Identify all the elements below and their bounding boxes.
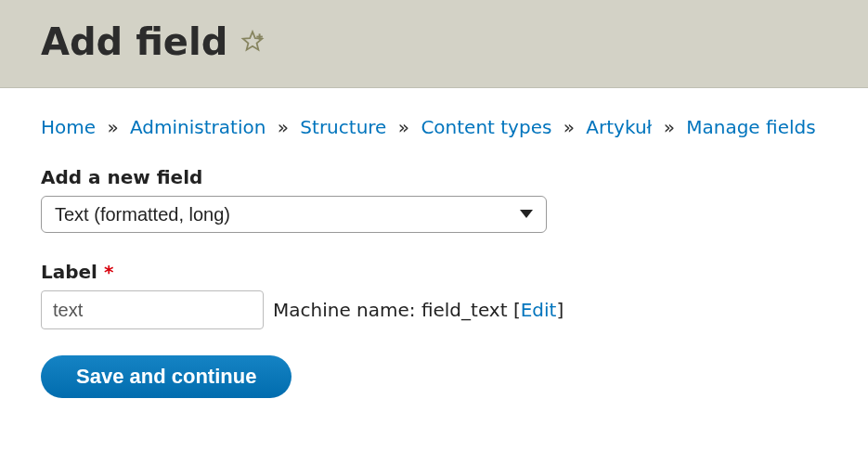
machine-name-bracket-close: ] (556, 299, 564, 321)
breadcrumb-link-artykul[interactable]: Artykuł (586, 116, 652, 138)
breadcrumb-link-manage-fields[interactable]: Manage fields (686, 116, 815, 138)
breadcrumb-link-content-types[interactable]: Content types (421, 116, 551, 138)
field-type-select[interactable]: Text (formatted, long) (41, 196, 547, 233)
label-row: Machine name: field_text [Edit] (41, 290, 827, 329)
breadcrumb-link-administration[interactable]: Administration (130, 116, 266, 138)
breadcrumb-separator: » (564, 116, 575, 138)
field-type-select-wrap: Text (formatted, long) (41, 196, 547, 233)
machine-name-value: field_text (421, 299, 508, 321)
page-title-text: Add field (41, 20, 227, 63)
breadcrumb-separator: » (398, 116, 409, 138)
star-add-icon[interactable] (240, 30, 265, 54)
breadcrumb-separator: » (664, 116, 675, 138)
machine-name-bracket-open: [ (513, 299, 521, 321)
machine-name-display: Machine name: field_text [Edit] (273, 299, 564, 321)
label-field-label: Label * (41, 261, 827, 283)
required-marker: * (104, 261, 113, 283)
field-type-label: Add a new field (41, 166, 827, 188)
save-and-continue-button[interactable]: Save and continue (41, 355, 291, 398)
machine-name-prefix: Machine name: (273, 299, 421, 321)
page-content: Home » Administration » Structure » Cont… (0, 88, 868, 426)
breadcrumb-separator: » (107, 116, 118, 138)
page-header: Add field (0, 0, 868, 88)
breadcrumb: Home » Administration » Structure » Cont… (41, 116, 827, 138)
breadcrumb-link-structure[interactable]: Structure (300, 116, 386, 138)
breadcrumb-link-home[interactable]: Home (41, 116, 96, 138)
label-field-label-text: Label (41, 261, 97, 283)
page-title: Add field (41, 20, 827, 63)
label-input[interactable] (41, 290, 264, 329)
machine-name-edit-link[interactable]: Edit (521, 299, 557, 321)
breadcrumb-separator: » (278, 116, 289, 138)
